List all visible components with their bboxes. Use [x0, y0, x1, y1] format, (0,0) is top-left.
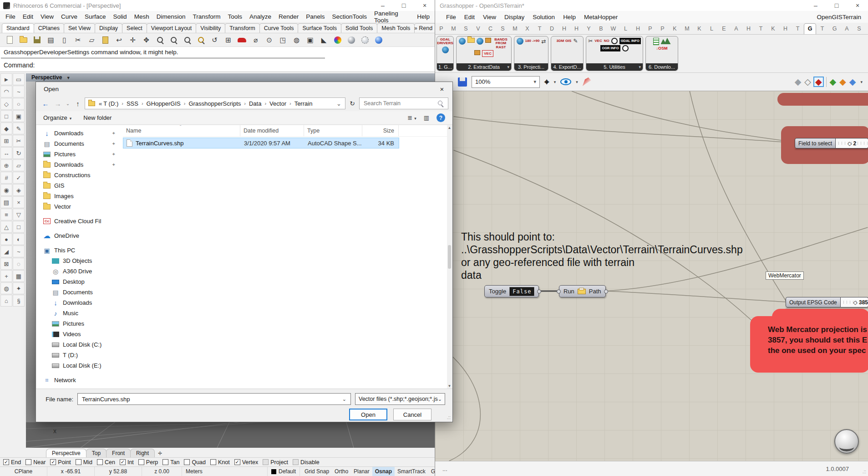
gh-component-icon[interactable]	[477, 38, 483, 45]
file-type-select[interactable]: Vector files (*.shp;*.geojson;*.js ⌄	[355, 393, 445, 405]
chevron-down-icon[interactable]: ▾	[554, 80, 556, 84]
side-toolbar-button[interactable]: ◢	[0, 246, 12, 257]
webmercator-label[interactable]: WebMercator	[766, 271, 804, 280]
breadcrumb-item[interactable]: SSS ›	[127, 100, 147, 107]
breadcrumb-item[interactable]: Data ›	[249, 100, 269, 107]
rhino-menu-item[interactable]: Surface	[81, 13, 110, 20]
viewport-titlebar[interactable]: Perspective ▼	[26, 73, 435, 82]
toggle-value[interactable]: False	[509, 287, 534, 296]
four-viewports-icon[interactable]: ⊞	[222, 34, 234, 46]
gh-component-icon[interactable]	[661, 38, 671, 44]
chevron-down-icon[interactable]: ▾	[533, 79, 536, 85]
ghosted-sphere-icon[interactable]	[359, 34, 371, 46]
gh-group-gdal[interactable]: GDAL DRIVERS 1. G...	[437, 36, 454, 71]
column-type[interactable]: Type	[304, 125, 362, 136]
gh-menu-item[interactable]: View	[479, 14, 500, 20]
gh-category-tab[interactable]: V	[472, 24, 484, 34]
osnap-checkbox[interactable]	[50, 459, 56, 465]
side-toolbar-button[interactable]: ◈	[13, 184, 25, 196]
gh-category-tab[interactable]: P	[644, 24, 656, 34]
side-toolbar-button[interactable]: ▦	[13, 270, 25, 282]
breadcrumb-item[interactable]: Terrain	[294, 100, 319, 107]
chevron-right-icon[interactable]: ›	[241, 101, 249, 106]
osnap-checkbox[interactable]	[138, 459, 144, 465]
gh-component-icon[interactable]: 3DM GIS	[557, 38, 572, 44]
rotate-view-icon[interactable]: ✥	[140, 34, 152, 46]
osnap-option[interactable]: Quad	[184, 459, 206, 466]
shaded-gem-icon[interactable]: ◆	[795, 77, 802, 86]
new-file-icon[interactable]	[4, 34, 16, 46]
osnap-option[interactable]: Point	[50, 459, 71, 466]
gh-menu-item[interactable]: File	[442, 14, 460, 20]
sidebar-item[interactable]: Local Disk (E:)	[43, 360, 123, 371]
gh-category-tab[interactable]: H	[570, 24, 583, 34]
side-toolbar-button[interactable]: ⊞	[0, 135, 12, 147]
gh-canvas[interactable]: This should point to:..\GrasshopperScrip…	[435, 91, 868, 461]
osnap-option[interactable]: Int	[120, 459, 134, 466]
status-toggle[interactable]: Osnap	[372, 467, 395, 476]
zoom-dynamic-icon[interactable]	[154, 34, 166, 46]
lock-icon[interactable]: ▣	[304, 34, 316, 46]
recent-locations-icon[interactable]: ⌄	[65, 101, 71, 106]
osnap-checkbox[interactable]	[25, 459, 31, 465]
gh-category-tab[interactable]: T	[533, 24, 546, 34]
gh-group-label[interactable]: 5. Utilities▾	[586, 63, 643, 71]
chevron-right-icon[interactable]: ›	[261, 101, 269, 106]
gh-component-icon[interactable]: GDAL DRIVERS	[437, 38, 453, 46]
gh-category-tab[interactable]: A	[841, 24, 853, 34]
sidebar-item[interactable]: T (D:)	[43, 350, 123, 360]
search-input[interactable]: Search Terrain	[359, 97, 448, 109]
field-select-slider[interactable]: Field to select ◇ 2	[795, 138, 868, 148]
sidebar-item[interactable]: Downloads ✦	[43, 128, 123, 138]
rhino-toolbar-tab[interactable]: CPlanes	[34, 23, 64, 33]
preview-eye-icon[interactable]	[560, 78, 571, 85]
gh-menu-item[interactable]: Display	[500, 14, 528, 20]
zoom-selected-icon[interactable]	[195, 34, 207, 46]
gh-component-icon[interactable]	[653, 38, 659, 45]
osnap-checkbox[interactable]	[97, 459, 103, 465]
side-toolbar-button[interactable]: ✎	[13, 123, 25, 134]
gh-group-extractdata[interactable]: BANDS FROM RASTVEC 2. ExtractData▾	[456, 36, 512, 71]
gh-category-tab[interactable]: K	[669, 24, 681, 34]
osnap-checkbox[interactable]	[234, 459, 240, 465]
gh-category-tab[interactable]: S	[460, 24, 472, 34]
cancel-button[interactable]: Cancel	[393, 409, 431, 420]
breadcrumb-item[interactable]: Vector ›	[269, 100, 294, 107]
preview-pane-icon[interactable]: ▥	[424, 114, 429, 121]
gh-group-export[interactable]: 3DM GIS✎ 4. ExportD...	[551, 36, 584, 71]
side-toolbar-button[interactable]: ▱	[13, 159, 25, 171]
gh-component-icon[interactable]: 180 ->90	[525, 38, 540, 45]
gh-component-icon[interactable]	[474, 50, 480, 55]
gh-component-icon[interactable]	[459, 38, 466, 45]
rhino-menu-item[interactable]: SectionTools	[329, 13, 371, 20]
side-toolbar-button[interactable]: ✦	[13, 282, 25, 294]
gh-category-tab[interactable]: S	[853, 24, 865, 34]
osnap-checkbox[interactable]	[184, 459, 190, 465]
dialog-titlebar[interactable]: Open ×	[36, 82, 452, 96]
rhino-toolbar-tab[interactable]: Standard	[2, 23, 34, 33]
rhino-toolbar-tab[interactable]: Curve Tools	[259, 23, 299, 33]
side-toolbar-button[interactable]: ◐	[13, 233, 25, 245]
gh-category-tab[interactable]: H	[779, 24, 792, 34]
add-viewport-icon[interactable]: ✛	[154, 450, 166, 457]
sidebar-item[interactable]: Pictures	[43, 318, 123, 329]
input-nub[interactable]	[557, 289, 561, 293]
copy-icon[interactable]: ▱	[86, 34, 98, 46]
save-icon[interactable]	[458, 77, 467, 87]
side-toolbar-button[interactable]: ~	[13, 86, 25, 97]
up-icon[interactable]: ↑	[72, 100, 83, 107]
gh-group-label[interactable]: 2. ExtractData▾	[457, 63, 511, 71]
rhino-menu-item[interactable]: Panels	[302, 13, 328, 20]
red-gem-icon[interactable]: ◆	[814, 77, 823, 86]
sidebar-item[interactable]: Documents ✦	[43, 138, 123, 149]
open-button[interactable]: Open	[349, 409, 387, 420]
viewport-tab[interactable]: Top	[86, 449, 107, 457]
rhino-toolbar-tab[interactable]: Select	[122, 23, 147, 33]
gh-minimize-button[interactable]: –	[805, 0, 826, 11]
status-cell[interactable]: x -65.91	[47, 467, 95, 476]
grasshopper-titlebar[interactable]: Grasshopper - OpenGISTerrain* – □ ×	[435, 0, 868, 11]
sidebar-item[interactable]: Downloads	[43, 297, 123, 308]
side-toolbar-button[interactable]: ⊠	[0, 258, 12, 270]
sidebar-item[interactable]: Music	[43, 308, 123, 318]
gh-category-tab[interactable]: L	[706, 24, 718, 34]
